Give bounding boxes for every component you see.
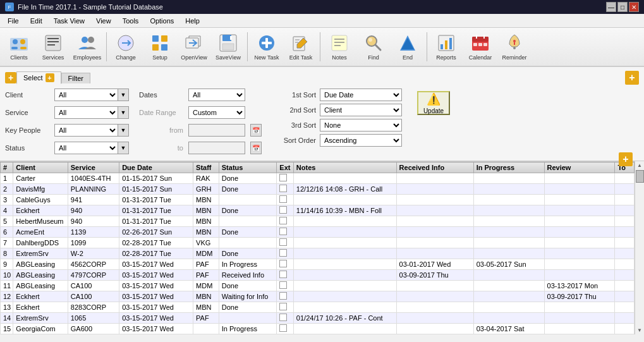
row-checkbox[interactable] [279,206,287,214]
services-button[interactable]: Services [37,30,70,64]
menu-help[interactable]: Help [180,16,205,26]
table-row[interactable]: 12EckhertCA10003-15-2017 WedMBNWaiting f… [1,291,635,302]
reports-button[interactable]: Reports [430,30,463,64]
sort3-select[interactable]: None Due Date Client Service Staff Statu… [320,119,402,131]
sortorder-select[interactable]: Ascending Descending [320,134,402,147]
scroll-thumb[interactable] [636,170,644,183]
service-select[interactable]: All [54,106,118,119]
to-calendar-btn[interactable]: 📅 [250,142,262,154]
table-row[interactable]: 3CableGuys94101-31-2017 TueMBN [1,195,635,205]
setup-button[interactable]: Setup [143,30,176,64]
row-checkbox[interactable] [279,260,287,267]
client-dropdown-btn[interactable]: ▼ [118,89,129,101]
calendar-button[interactable]: Calendar [464,30,497,64]
row-checkbox[interactable] [279,281,287,289]
end-button[interactable]: End [391,30,424,64]
col-header-duedate[interactable]: Due Date [119,162,193,173]
table-row[interactable]: 4Eckhert94001-31-2017 TueMBNDone11/14/16… [1,205,635,216]
menu-edit[interactable]: Edit [25,16,47,26]
row-checkbox[interactable] [279,249,287,257]
sort2-select[interactable]: Client Due Date Service Staff Status Non… [320,104,402,116]
newtask-button[interactable]: New Task [250,30,283,64]
table-row[interactable]: 7DahlbergDDS109902-28-2017 TueVKG [1,238,635,248]
table-row[interactable]: 14ExtremSrv106503-15-2017 WedPAF01/24/17… [1,313,635,324]
dates-select[interactable]: All [188,89,245,101]
scroll-down-btn[interactable]: ▼ [636,326,643,334]
scroll-up-btn[interactable]: ▲ [636,161,643,169]
client-select[interactable]: All [54,89,118,101]
col-header-ext[interactable]: Ext [277,162,294,173]
col-header-service[interactable]: Service [68,162,119,173]
row-checkbox[interactable] [279,292,287,300]
row-checkbox[interactable] [279,174,287,181]
table-row[interactable]: 9ABGLeasing4562CORP03-15-2017 WedPAFIn P… [1,259,635,270]
from-calendar-btn[interactable]: 📅 [250,124,262,137]
table-row[interactable]: 8ExtremSrvW-202-28-2017 TueMDMDone [1,248,635,259]
menu-file[interactable]: File [3,16,24,26]
clients-button[interactable]: Clients [3,30,35,64]
keypeople-dropdown-btn[interactable]: ▼ [118,124,129,137]
table-cell: MBN [193,291,219,302]
table-row[interactable]: 15GeorgiaComGA60003-15-2017 WedIn Progre… [1,324,635,334]
table-row[interactable]: 6AcmeEnt113902-26-2017 SunMBNDone [1,227,635,238]
table-wrapper[interactable]: # Client Service Due Date Staff Status E… [0,161,635,334]
table-row[interactable]: 11ABGLeasingCA10003-15-2017 WedMDMDone03… [1,281,635,291]
table-row[interactable]: 1Carter1040ES-4TH01-15-2017 SunRAKDone [1,173,635,184]
col-header-client[interactable]: Client [13,162,68,173]
status-select[interactable]: All [54,142,118,154]
col-header-review[interactable]: Review [544,162,615,173]
table-row[interactable]: 10ABGLeasing4797CORP03-15-2017 WedPAFRec… [1,270,635,281]
col-header-num[interactable]: # [1,162,13,173]
reminder-button[interactable]: Reminder [498,30,531,64]
window-controls[interactable]: — □ ✕ [606,2,639,12]
menu-taskview[interactable]: Task View [49,16,90,26]
table-row[interactable]: 5HebertMuseum94001-31-2017 TueMBN [1,216,635,227]
col-header-staff[interactable]: Staff [193,162,219,173]
vertical-scrollbar[interactable]: ▲ ▼ [635,161,644,334]
maximize-button[interactable]: □ [617,2,628,12]
row-checkbox[interactable] [279,185,287,192]
keypeople-select[interactable]: All [54,124,118,137]
employees-button[interactable]: Employees [71,30,104,64]
close-button[interactable]: ✕ [629,2,639,12]
to-input[interactable] [188,142,245,154]
find-button[interactable]: Find [357,30,390,64]
add-column-button[interactable]: + [619,152,633,166]
row-checkbox[interactable] [279,217,287,224]
menu-tools[interactable]: Tools [118,16,144,26]
row-checkbox[interactable] [279,324,287,332]
row-checkbox[interactable] [279,271,287,278]
saveview-button[interactable]: SaveView [212,30,245,64]
change-button[interactable]: Change [109,30,142,64]
table-cell [396,227,473,238]
daterange-select[interactable]: Custom [188,106,245,119]
status-dropdown-btn[interactable]: ▼ [118,142,129,154]
add-tab-button[interactable]: + [5,72,16,83]
tab-select[interactable]: Select + [16,71,61,84]
col-header-received[interactable]: Received Info [396,162,473,173]
edittask-button[interactable]: Edit Task [284,30,317,64]
notes-button[interactable]: Notes [323,30,356,64]
add-filter-button[interactable]: + [625,71,639,85]
row-checkbox[interactable] [279,238,287,246]
from-input[interactable] [188,124,245,137]
add-select-tab-button[interactable]: + [46,73,54,82]
row-checkbox[interactable] [279,195,287,203]
col-header-notes[interactable]: Notes [293,162,396,173]
sort1-select[interactable]: Due Date Client Service Staff Status Non… [320,89,402,101]
update-button[interactable]: ⚠️ Update [417,91,450,115]
row-checkbox[interactable] [279,303,287,310]
table-cell [544,302,615,313]
service-dropdown-btn[interactable]: ▼ [118,106,129,119]
row-checkbox[interactable] [279,314,287,321]
col-header-inprog[interactable]: In Progress [473,162,544,173]
table-row[interactable]: 13Eckhert8283CORP03-15-2017 WedMBNDone [1,302,635,313]
col-header-status[interactable]: Status [219,162,277,173]
menu-options[interactable]: Options [145,16,179,26]
tab-filter[interactable]: Filter [61,73,90,83]
openview-button[interactable]: OpenView [178,30,210,64]
menu-view[interactable]: View [91,16,116,26]
table-row[interactable]: 2DavisMfgPLANNING01-15-2017 SunGRHDone12… [1,184,635,195]
row-checkbox[interactable] [279,228,287,235]
minimize-button[interactable]: — [606,2,616,12]
